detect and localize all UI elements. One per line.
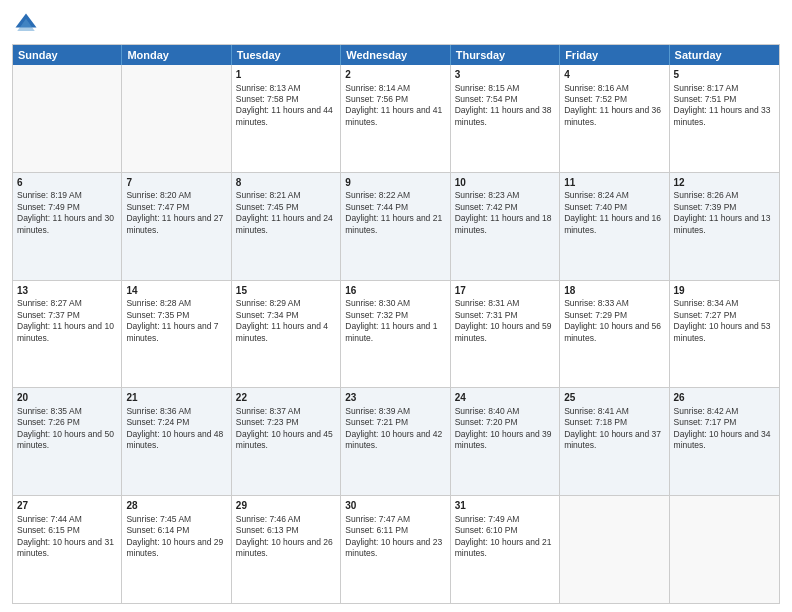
day-number: 26 [674, 391, 775, 405]
day-cell-4: 4Sunrise: 8:16 AMSunset: 7:52 PMDaylight… [560, 65, 669, 172]
sunrise-text: Sunrise: 8:31 AM [455, 298, 555, 309]
day-cell-14: 14Sunrise: 8:28 AMSunset: 7:35 PMDayligh… [122, 281, 231, 388]
calendar-week-1: 1Sunrise: 8:13 AMSunset: 7:58 PMDaylight… [13, 65, 779, 172]
day-number: 6 [17, 176, 117, 190]
sunset-text: Sunset: 7:18 PM [564, 417, 664, 428]
sunrise-text: Sunrise: 8:24 AM [564, 190, 664, 201]
day-cell-28: 28Sunrise: 7:45 AMSunset: 6:14 PMDayligh… [122, 496, 231, 603]
sunrise-text: Sunrise: 8:33 AM [564, 298, 664, 309]
sunset-text: Sunset: 7:35 PM [126, 310, 226, 321]
day-cell-26: 26Sunrise: 8:42 AMSunset: 7:17 PMDayligh… [670, 388, 779, 495]
daylight-text: Daylight: 11 hours and 27 minutes. [126, 213, 226, 236]
sunrise-text: Sunrise: 8:28 AM [126, 298, 226, 309]
sunset-text: Sunset: 7:29 PM [564, 310, 664, 321]
day-cell-16: 16Sunrise: 8:30 AMSunset: 7:32 PMDayligh… [341, 281, 450, 388]
day-of-week-thursday: Thursday [451, 45, 560, 65]
daylight-text: Daylight: 11 hours and 1 minute. [345, 321, 445, 344]
sunset-text: Sunset: 7:32 PM [345, 310, 445, 321]
day-number: 25 [564, 391, 664, 405]
sunset-text: Sunset: 7:20 PM [455, 417, 555, 428]
sunrise-text: Sunrise: 8:13 AM [236, 83, 336, 94]
day-number: 12 [674, 176, 775, 190]
day-number: 11 [564, 176, 664, 190]
day-number: 13 [17, 284, 117, 298]
sunset-text: Sunset: 6:13 PM [236, 525, 336, 536]
daylight-text: Daylight: 11 hours and 4 minutes. [236, 321, 336, 344]
sunrise-text: Sunrise: 8:35 AM [17, 406, 117, 417]
day-number: 23 [345, 391, 445, 405]
daylight-text: Daylight: 11 hours and 16 minutes. [564, 213, 664, 236]
daylight-text: Daylight: 10 hours and 37 minutes. [564, 429, 664, 452]
daylight-text: Daylight: 10 hours and 39 minutes. [455, 429, 555, 452]
calendar-week-4: 20Sunrise: 8:35 AMSunset: 7:26 PMDayligh… [13, 387, 779, 495]
sunrise-text: Sunrise: 8:36 AM [126, 406, 226, 417]
day-of-week-wednesday: Wednesday [341, 45, 450, 65]
sunrise-text: Sunrise: 7:45 AM [126, 514, 226, 525]
daylight-text: Daylight: 10 hours and 45 minutes. [236, 429, 336, 452]
empty-cell [122, 65, 231, 172]
day-number: 31 [455, 499, 555, 513]
day-number: 28 [126, 499, 226, 513]
day-number: 17 [455, 284, 555, 298]
sunset-text: Sunset: 6:10 PM [455, 525, 555, 536]
sunset-text: Sunset: 7:31 PM [455, 310, 555, 321]
sunrise-text: Sunrise: 8:16 AM [564, 83, 664, 94]
page: SundayMondayTuesdayWednesdayThursdayFrid… [0, 0, 792, 612]
day-cell-23: 23Sunrise: 8:39 AMSunset: 7:21 PMDayligh… [341, 388, 450, 495]
sunrise-text: Sunrise: 8:20 AM [126, 190, 226, 201]
sunset-text: Sunset: 7:42 PM [455, 202, 555, 213]
day-cell-12: 12Sunrise: 8:26 AMSunset: 7:39 PMDayligh… [670, 173, 779, 280]
sunrise-text: Sunrise: 8:40 AM [455, 406, 555, 417]
sunrise-text: Sunrise: 8:41 AM [564, 406, 664, 417]
sunset-text: Sunset: 6:11 PM [345, 525, 445, 536]
day-cell-1: 1Sunrise: 8:13 AMSunset: 7:58 PMDaylight… [232, 65, 341, 172]
day-number: 10 [455, 176, 555, 190]
day-cell-15: 15Sunrise: 8:29 AMSunset: 7:34 PMDayligh… [232, 281, 341, 388]
daylight-text: Daylight: 11 hours and 33 minutes. [674, 105, 775, 128]
day-cell-19: 19Sunrise: 8:34 AMSunset: 7:27 PMDayligh… [670, 281, 779, 388]
day-cell-9: 9Sunrise: 8:22 AMSunset: 7:44 PMDaylight… [341, 173, 450, 280]
daylight-text: Daylight: 10 hours and 48 minutes. [126, 429, 226, 452]
sunset-text: Sunset: 7:56 PM [345, 94, 445, 105]
day-number: 18 [564, 284, 664, 298]
day-of-week-sunday: Sunday [13, 45, 122, 65]
sunrise-text: Sunrise: 8:19 AM [17, 190, 117, 201]
sunrise-text: Sunrise: 7:47 AM [345, 514, 445, 525]
sunset-text: Sunset: 7:37 PM [17, 310, 117, 321]
sunrise-text: Sunrise: 7:49 AM [455, 514, 555, 525]
daylight-text: Daylight: 10 hours and 29 minutes. [126, 537, 226, 560]
day-cell-21: 21Sunrise: 8:36 AMSunset: 7:24 PMDayligh… [122, 388, 231, 495]
day-cell-18: 18Sunrise: 8:33 AMSunset: 7:29 PMDayligh… [560, 281, 669, 388]
calendar-week-5: 27Sunrise: 7:44 AMSunset: 6:15 PMDayligh… [13, 495, 779, 603]
day-number: 3 [455, 68, 555, 82]
daylight-text: Daylight: 10 hours and 31 minutes. [17, 537, 117, 560]
sunrise-text: Sunrise: 8:26 AM [674, 190, 775, 201]
day-number: 24 [455, 391, 555, 405]
daylight-text: Daylight: 11 hours and 7 minutes. [126, 321, 226, 344]
calendar: SundayMondayTuesdayWednesdayThursdayFrid… [12, 44, 780, 604]
sunrise-text: Sunrise: 8:42 AM [674, 406, 775, 417]
sunset-text: Sunset: 7:44 PM [345, 202, 445, 213]
sunset-text: Sunset: 7:54 PM [455, 94, 555, 105]
day-cell-2: 2Sunrise: 8:14 AMSunset: 7:56 PMDaylight… [341, 65, 450, 172]
calendar-week-2: 6Sunrise: 8:19 AMSunset: 7:49 PMDaylight… [13, 172, 779, 280]
daylight-text: Daylight: 10 hours and 23 minutes. [345, 537, 445, 560]
day-cell-7: 7Sunrise: 8:20 AMSunset: 7:47 PMDaylight… [122, 173, 231, 280]
day-number: 16 [345, 284, 445, 298]
day-number: 20 [17, 391, 117, 405]
sunset-text: Sunset: 7:49 PM [17, 202, 117, 213]
sunset-text: Sunset: 7:23 PM [236, 417, 336, 428]
day-number: 2 [345, 68, 445, 82]
day-cell-8: 8Sunrise: 8:21 AMSunset: 7:45 PMDaylight… [232, 173, 341, 280]
sunrise-text: Sunrise: 8:27 AM [17, 298, 117, 309]
daylight-text: Daylight: 11 hours and 18 minutes. [455, 213, 555, 236]
daylight-text: Daylight: 11 hours and 10 minutes. [17, 321, 117, 344]
daylight-text: Daylight: 10 hours and 34 minutes. [674, 429, 775, 452]
sunrise-text: Sunrise: 8:37 AM [236, 406, 336, 417]
day-cell-3: 3Sunrise: 8:15 AMSunset: 7:54 PMDaylight… [451, 65, 560, 172]
day-number: 15 [236, 284, 336, 298]
day-number: 21 [126, 391, 226, 405]
day-cell-20: 20Sunrise: 8:35 AMSunset: 7:26 PMDayligh… [13, 388, 122, 495]
daylight-text: Daylight: 10 hours and 50 minutes. [17, 429, 117, 452]
sunrise-text: Sunrise: 7:46 AM [236, 514, 336, 525]
